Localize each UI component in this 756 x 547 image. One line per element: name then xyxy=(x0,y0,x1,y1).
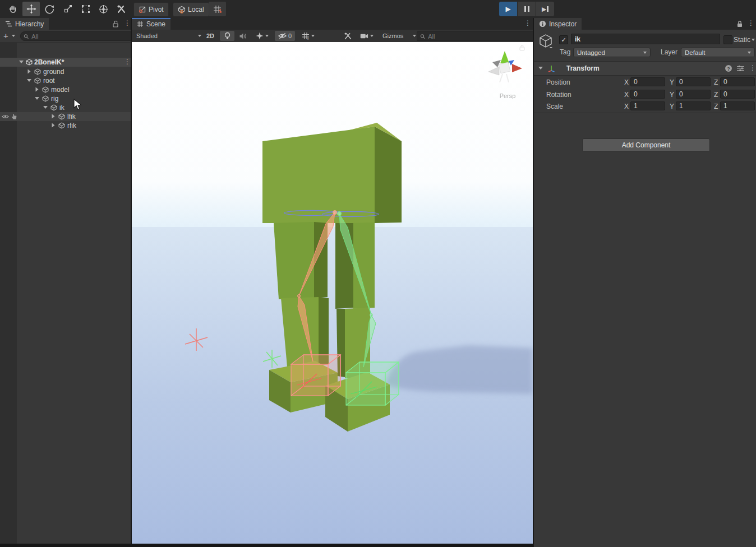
grid-snap-button[interactable] xyxy=(209,2,226,16)
hierarchy-menu-button[interactable]: ⋮ xyxy=(124,20,131,26)
hand-tool-button[interactable] xyxy=(4,2,21,16)
search-icon xyxy=(420,34,425,39)
rect-tool-button[interactable] xyxy=(77,2,94,16)
hierarchy-item-rig[interactable]: rig xyxy=(0,94,131,103)
foldout-icon[interactable] xyxy=(35,97,39,100)
pause-button[interactable] xyxy=(518,2,536,16)
transform-tool-button[interactable] xyxy=(95,2,112,16)
scene-search-field[interactable] xyxy=(417,31,536,41)
hierarchy-item-ik[interactable]: ik xyxy=(0,103,131,112)
scale-z-field[interactable]: 1 xyxy=(720,101,755,110)
skybox xyxy=(132,42,533,544)
svg-text:?: ? xyxy=(727,66,730,72)
foldout-icon[interactable] xyxy=(52,123,55,128)
chevron-down-icon xyxy=(265,35,269,37)
scene-menu-button[interactable]: ⋮ xyxy=(524,20,531,26)
hierarchy-search-input[interactable] xyxy=(30,33,131,40)
active-tab-accent xyxy=(132,18,170,19)
hierarchy-search-field[interactable] xyxy=(20,31,135,41)
hierarchy-item-ground[interactable]: ground xyxy=(0,67,131,76)
transform-menu-button[interactable]: ⋮ xyxy=(749,65,756,71)
visibility-eye-icon[interactable] xyxy=(2,114,9,119)
custom-tool-button[interactable] xyxy=(113,2,130,16)
transform-foldout[interactable] xyxy=(538,67,543,69)
inspector-panel: Inspector ⋮ ✓ Static Tag Untagged Layer … xyxy=(534,18,756,547)
add-component-label: Add Component xyxy=(622,141,671,149)
gameobject-cube-icon[interactable] xyxy=(538,34,553,48)
pivot-toggle-button[interactable]: Pivot xyxy=(133,2,169,17)
scene-lighting-button[interactable] xyxy=(220,31,234,41)
axis-z-label: Z xyxy=(714,103,718,110)
speaker-icon xyxy=(239,33,247,40)
grid-visibility-button[interactable]: y xyxy=(297,31,319,41)
hierarchy-item-model[interactable]: model xyxy=(0,85,131,94)
rotate-tool-button[interactable] xyxy=(41,2,58,16)
position-x-field[interactable]: 0 xyxy=(630,77,665,86)
add-component-button[interactable]: Add Component xyxy=(582,138,710,152)
scale-x-field[interactable]: 1 xyxy=(630,101,665,110)
unlock-icon[interactable] xyxy=(112,20,119,27)
rotation-x-field[interactable]: 0 xyxy=(630,90,665,99)
scene-search-input[interactable] xyxy=(427,33,532,40)
active-checkbox[interactable]: ✓ xyxy=(559,35,568,44)
position-z-field[interactable]: 0 xyxy=(720,77,755,86)
pickability-hand-icon[interactable] xyxy=(11,113,17,120)
move-tool-button[interactable] xyxy=(22,2,40,16)
tab-hierarchy[interactable]: Hierarchy xyxy=(0,18,49,30)
layer-value: Default xyxy=(685,49,705,56)
tab-scene[interactable]: Scene xyxy=(132,18,170,30)
hierarchy-item-lfik[interactable]: lfik xyxy=(0,112,131,121)
scene-foldout[interactable] xyxy=(19,61,24,63)
scale-y-field[interactable]: 1 xyxy=(676,101,711,110)
scene-tab-label: Scene xyxy=(146,20,165,28)
transform-title: Transform xyxy=(566,64,600,72)
hierarchy-item-root[interactable]: root xyxy=(0,76,131,85)
scene-tools-button[interactable] xyxy=(340,31,355,41)
gizmos-dropdown[interactable]: Gizmos xyxy=(380,31,419,41)
pause-icon xyxy=(524,6,529,12)
scene-viewport[interactable]: Persp xyxy=(132,42,533,544)
inspector-menu-button[interactable]: ⋮ xyxy=(748,20,754,26)
lock-icon[interactable] xyxy=(736,20,743,27)
projection-mode-label[interactable]: Persp xyxy=(500,92,516,99)
foldout-icon[interactable] xyxy=(28,69,31,74)
toggle-2d-button[interactable]: 2D xyxy=(203,31,218,41)
transform-component-header[interactable]: Transform ? ⋮ xyxy=(534,61,756,76)
foldout-icon[interactable] xyxy=(43,106,48,109)
rotation-z-field[interactable]: 0 xyxy=(720,90,755,99)
hierarchy-item-rfik[interactable]: rfik xyxy=(0,121,131,130)
tab-inspector[interactable]: Inspector xyxy=(534,18,582,30)
foldout-icon[interactable] xyxy=(52,114,55,119)
help-icon[interactable]: ? xyxy=(725,64,732,72)
scene-effects-button[interactable] xyxy=(251,31,273,41)
hierarchy-toolbar: + xyxy=(0,30,131,43)
create-dropdown-caret[interactable] xyxy=(12,35,15,37)
static-checkbox[interactable] xyxy=(723,35,732,44)
shading-mode-dropdown[interactable]: Shaded xyxy=(133,31,205,41)
foldout-icon[interactable] xyxy=(36,87,39,92)
step-button[interactable]: ▶ xyxy=(536,2,554,16)
gameobject-name-field[interactable] xyxy=(571,34,720,44)
scene-audio-button[interactable] xyxy=(236,31,250,41)
position-y-field[interactable]: 0 xyxy=(676,77,711,86)
rotation-y-field[interactable]: 0 xyxy=(676,90,711,99)
presets-icon[interactable] xyxy=(737,65,744,72)
scene-menu-button[interactable]: ⋮ xyxy=(124,59,131,64)
scene-grid-icon xyxy=(137,21,144,27)
scale-tool-button[interactable] xyxy=(59,2,76,16)
gameobject-icon xyxy=(34,77,41,84)
camera-icon xyxy=(360,33,368,39)
create-object-button[interactable]: + xyxy=(3,31,8,40)
grid-snap-icon xyxy=(213,5,222,13)
chevron-down-icon xyxy=(643,52,647,54)
hierarchy-scene-row[interactable]: 2BoneIK* ⋮ xyxy=(0,58,131,67)
layer-dropdown[interactable]: Default xyxy=(681,48,755,57)
tag-dropdown[interactable]: Untagged xyxy=(573,48,651,57)
axis-z-label: Z xyxy=(714,91,718,99)
local-toggle-button[interactable]: Local xyxy=(173,2,209,17)
hidden-objects-button[interactable]: 0 xyxy=(275,31,295,41)
foldout-icon[interactable] xyxy=(27,79,31,82)
scene-camera-button[interactable] xyxy=(356,31,377,41)
static-dropdown-caret[interactable] xyxy=(752,39,755,41)
play-button[interactable]: ▶ xyxy=(499,2,517,16)
